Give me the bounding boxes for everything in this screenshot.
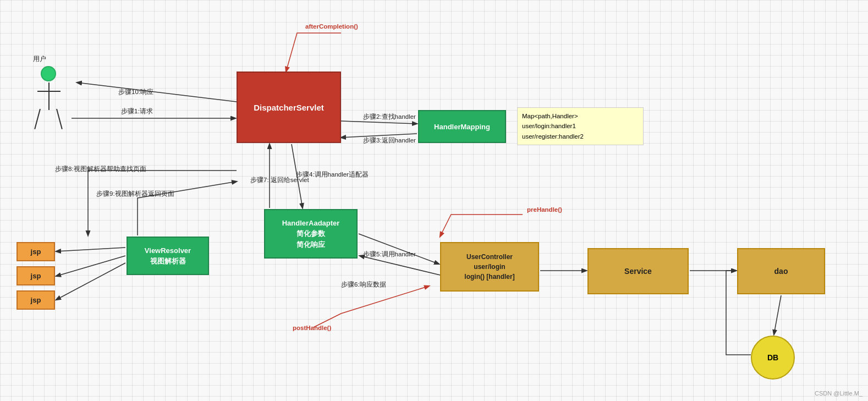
step9-label: 步骤9:视图解析器返回页面 [96,190,174,198]
svg-line-7 [360,256,440,275]
handler-mapping-label: HandlerMapping [434,123,490,131]
handler-mapping-note: Map<path,Handler> user/login:handler1 us… [517,107,644,145]
view-resolver-label: ViewResolver 视图解析器 [145,245,191,267]
diagram-canvas: 用户 DispatcherServlet HandlerMapping Map<… [0,0,868,401]
note-line1: Map<path,Handler> [522,111,639,121]
dispatcher-servlet-node: DispatcherServlet [237,72,341,143]
step8-label: 步骤8:视图解析器帮助查找页面 [55,165,146,173]
jsp-node-1: jsp [17,242,55,261]
svg-line-1 [77,83,237,102]
view-resolver-node: ViewResolver 视图解析器 [127,237,209,275]
jsp-node-3: jsp [17,290,55,310]
step6-label: 步骤6:响应数据 [341,281,386,289]
watermark: CSDN @Little.M_ [815,390,862,397]
step5-label: 步骤5:调用handler [363,250,416,259]
step3-label: 步骤3:返回handler [363,136,416,145]
service-node: Service [587,248,689,294]
step2-label: 步骤2:查找handler [363,113,416,121]
handler-adapter-label: HandlerAadapter 简化参数 简化响应 [282,218,340,250]
note-line3: user/register:handler2 [522,131,639,141]
service-label: Service [624,267,652,276]
svg-line-13 [56,263,125,300]
user-head [41,66,56,81]
step10-label: 步骤10:响应 [118,88,153,96]
user-leg-right [56,109,63,129]
after-completion-label: afterCompletion() [305,23,358,30]
user-arms [37,91,61,92]
handler-adapter-node: HandlerAadapter 简化参数 简化响应 [264,209,358,259]
svg-line-11 [56,248,125,251]
jsp3-label: jsp [31,296,41,304]
note-line2: user/login:handler1 [522,121,639,131]
jsp-node-2: jsp [17,266,55,285]
step1-label: 步骤1:请求 [121,107,153,116]
dao-label: dao [774,267,788,276]
svg-line-10 [774,295,781,334]
user-controller-label: UserController user/login login() [handl… [464,252,514,282]
post-handle-label: postHandle() [293,325,331,331]
db-label: DB [767,353,778,362]
user-label: 用户 [33,55,46,63]
svg-line-2 [341,121,417,124]
user-controller-node: UserController user/login login() [handl… [440,242,539,292]
dispatcher-servlet-label: DispatcherServlet [254,103,324,112]
arrows-layer [0,0,868,401]
pre-handle-label: preHandle() [527,206,562,213]
jsp2-label: jsp [31,272,41,280]
step7-label: 步骤7: 返回给servlet [250,176,309,184]
svg-line-6 [359,234,439,264]
dao-node: dao [737,248,825,294]
handler-mapping-node: HandlerMapping [418,110,506,143]
user-body [48,83,50,110]
jsp1-label: jsp [31,248,41,256]
db-node: DB [751,336,795,380]
svg-line-12 [56,256,125,276]
user-leg-left [34,109,41,129]
